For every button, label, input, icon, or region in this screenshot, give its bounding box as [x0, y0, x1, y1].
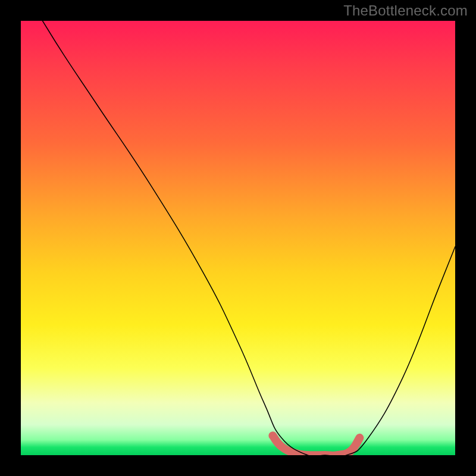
plot-area: [21, 21, 455, 455]
optimal-range-highlight: [273, 436, 359, 455]
curve-layer: [21, 21, 455, 455]
chart-frame: TheBottleneck.com: [0, 0, 476, 476]
watermark-text: TheBottleneck.com: [343, 2, 468, 19]
bottleneck-curve: [43, 21, 456, 455]
